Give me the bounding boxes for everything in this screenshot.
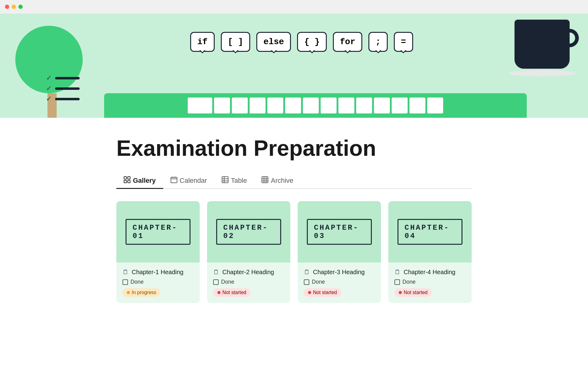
key: [267, 98, 283, 113]
doc-icon-4: 🗒: [394, 269, 401, 276]
key: [338, 98, 354, 113]
status-badge-4: Not started: [394, 288, 432, 297]
gallery-card-chapter-03[interactable]: CHAPTER-03 🗒 Chapter-3 Heading Done Not …: [298, 201, 381, 303]
card-body-3: 🗒 Chapter-3 Heading Done Not started: [298, 263, 381, 303]
token-semicolon: ;: [368, 32, 388, 52]
key: [356, 98, 372, 113]
minimize-button[interactable]: [12, 5, 16, 9]
maximize-button[interactable]: [18, 5, 23, 9]
tab-gallery-label: Gallery: [133, 177, 156, 185]
cup-saucer: [508, 70, 576, 76]
checklist-decoration: ✓ ✓ ✓: [46, 74, 80, 105]
key: [409, 98, 425, 113]
cup-body: [514, 20, 570, 69]
card-title-row-4: 🗒 Chapter-4 Heading: [394, 269, 466, 276]
status-badge-1: In progress: [123, 288, 160, 297]
status-badge-2: Not started: [213, 288, 251, 297]
token-brace: { }: [297, 32, 326, 52]
card-image-3: CHAPTER-03: [298, 201, 381, 263]
tab-table[interactable]: Table: [214, 173, 254, 188]
status-dot-3: [308, 291, 311, 294]
chapter-badge-4: CHAPTER-04: [398, 219, 462, 245]
token-equals: =: [394, 32, 413, 52]
checkbox-done-2: [213, 279, 219, 285]
card-title-row-1: 🗒 Chapter-1 Heading: [123, 269, 194, 276]
checkmark-icon: ✓: [46, 74, 51, 82]
tab-gallery[interactable]: Gallery: [116, 173, 163, 188]
done-label-4: Done: [402, 279, 416, 285]
tab-archive[interactable]: Archive: [254, 173, 300, 188]
card-body-2: 🗒 Chapter-2 Heading Done Not started: [207, 263, 290, 303]
checkmark-icon: ✓: [46, 95, 51, 103]
svg-rect-2: [124, 180, 126, 183]
gallery-grid: CHAPTER-01 🗒 Chapter-1 Heading Done In p…: [116, 201, 472, 303]
tab-table-label: Table: [231, 177, 247, 185]
key: [214, 98, 230, 113]
token-if: if: [190, 32, 215, 52]
svg-rect-1: [128, 177, 130, 179]
gallery-card-chapter-01[interactable]: CHAPTER-01 🗒 Chapter-1 Heading Done In p…: [116, 201, 200, 303]
code-tokens-area: if [ ] else { } for ; =: [107, 32, 496, 52]
checkbox-done-3: [304, 279, 309, 285]
tab-archive-label: Archive: [271, 177, 293, 185]
done-label-3: Done: [312, 279, 325, 285]
titlebar: [0, 0, 588, 13]
chapter-badge-3: CHAPTER-03: [307, 219, 372, 245]
svg-rect-12: [262, 177, 268, 183]
card-done-3: Done: [304, 279, 375, 285]
close-button[interactable]: [5, 5, 9, 9]
page-content: Examination Preparation Gallery: [80, 118, 508, 303]
card-image-2: CHAPTER-02: [207, 201, 290, 263]
key: [321, 98, 337, 113]
doc-icon-1: 🗒: [123, 269, 129, 276]
chapter-badge-1: CHAPTER-01: [126, 219, 190, 245]
chapter-badge-2: CHAPTER-02: [216, 219, 281, 245]
doc-icon-2: 🗒: [213, 269, 219, 276]
card-title-3: Chapter-3 Heading: [313, 269, 365, 276]
key: [374, 98, 390, 113]
cup-handle: [567, 29, 579, 47]
card-image-4: CHAPTER-04: [388, 201, 472, 263]
card-title-1: Chapter-1 Heading: [132, 269, 183, 276]
status-dot-2: [217, 291, 221, 294]
checkmark-icon: ✓: [46, 85, 51, 93]
tabs-nav: Gallery Calendar: [116, 173, 472, 189]
coffee-cup-decoration: [508, 20, 576, 87]
checkbox-done-1: [123, 279, 128, 285]
card-title-4: Chapter-4 Heading: [404, 269, 455, 276]
card-done-4: Done: [394, 279, 466, 285]
checkbox-done-4: [394, 279, 400, 285]
key: [303, 98, 319, 113]
status-label-2: Not started: [222, 290, 246, 295]
gallery-icon: [124, 176, 130, 185]
card-done-1: Done: [123, 279, 194, 285]
done-label-2: Done: [221, 279, 234, 285]
gallery-card-chapter-04[interactable]: CHAPTER-04 🗒 Chapter-4 Heading Done Not …: [388, 201, 472, 303]
status-label-3: Not started: [313, 290, 337, 295]
card-image-1: CHAPTER-01: [116, 201, 200, 263]
tab-calendar-label: Calendar: [180, 177, 207, 185]
tab-calendar[interactable]: Calendar: [163, 173, 214, 188]
gallery-card-chapter-02[interactable]: CHAPTER-02 🗒 Chapter-2 Heading Done Not …: [207, 201, 290, 303]
card-title-row-3: 🗒 Chapter-3 Heading: [304, 269, 375, 276]
card-body-4: 🗒 Chapter-4 Heading Done Not started: [388, 263, 472, 303]
archive-icon: [262, 176, 268, 185]
status-badge-3: Not started: [304, 288, 341, 297]
card-body-1: 🗒 Chapter-1 Heading Done In progress: [116, 263, 200, 303]
key: [188, 98, 212, 113]
key: [392, 98, 408, 113]
status-dot-4: [399, 291, 402, 294]
token-for: for: [333, 32, 362, 52]
key: [250, 98, 266, 113]
card-title-row-2: 🗒 Chapter-2 Heading: [213, 269, 284, 276]
token-else: else: [256, 32, 291, 52]
calendar-icon: [171, 176, 177, 185]
svg-rect-3: [128, 180, 130, 183]
page-title: Examination Preparation: [116, 136, 472, 160]
status-dot-1: [127, 291, 130, 294]
hero-illustration: ✓ ✓ ✓ if [ ] else { } for ; =: [0, 13, 588, 118]
key: [232, 98, 248, 113]
status-label-4: Not started: [404, 290, 428, 295]
key: [285, 98, 301, 113]
doc-icon-3: 🗒: [304, 269, 310, 276]
